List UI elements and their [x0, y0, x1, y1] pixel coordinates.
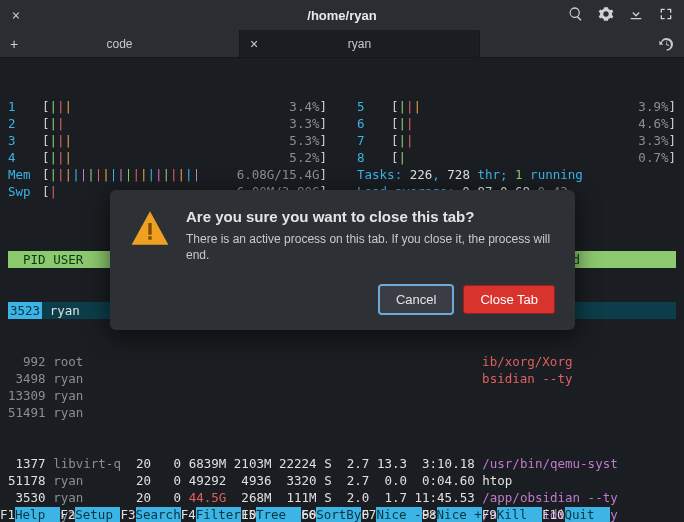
fkey-label[interactable]: Setup [75, 507, 120, 522]
fkey: F8 [422, 507, 437, 522]
tab-bar: + code × ryan [0, 30, 684, 58]
tab-label: code [106, 37, 132, 51]
fullscreen-icon[interactable] [658, 6, 674, 25]
dialog-title: Are you sure you want to close this tab? [186, 208, 555, 225]
process-row[interactable]: 992 root ib/xorg/Xorg [8, 353, 676, 370]
search-icon[interactable] [568, 6, 584, 25]
fkey: F5 [241, 507, 256, 522]
fkey-label[interactable]: Nice + [437, 507, 482, 522]
titlebar-actions [568, 6, 678, 25]
fkey-label[interactable]: Search [136, 507, 181, 522]
fkey-label[interactable]: Filter [196, 507, 241, 522]
fkey: F4 [181, 507, 196, 522]
cpu-meter: 6 [||4.6%] [357, 115, 676, 132]
titlebar: × /home/ryan [0, 0, 684, 30]
tab-label: ryan [348, 37, 371, 51]
settings-icon[interactable] [598, 6, 614, 25]
fkey-label[interactable]: Tree [256, 507, 301, 522]
fkey-label[interactable]: SortBy [316, 507, 361, 522]
mem-meter: Mem[||||||||||||||||||||6.08G/15.4G] [8, 166, 327, 183]
process-row[interactable]: 51491 ryan [8, 404, 676, 421]
fkey-label[interactable]: Nice - [376, 507, 421, 522]
tab-code[interactable]: + code [0, 30, 240, 57]
cancel-button[interactable]: Cancel [379, 285, 453, 314]
close-tab-dialog: Are you sure you want to close this tab?… [110, 190, 575, 330]
fkey: F10 [542, 507, 565, 522]
close-tab-confirm-button[interactable]: Close Tab [463, 285, 555, 314]
fkey: F7 [361, 507, 376, 522]
fkey: F6 [301, 507, 316, 522]
fkey-label[interactable]: Kill [497, 507, 542, 522]
cpu-meter: 7 [||3.3%] [357, 132, 676, 149]
fkey: F9 [482, 507, 497, 522]
new-tab-button[interactable]: + [10, 36, 18, 52]
fkey: F3 [120, 507, 135, 522]
cpu-meter: 5 [|||3.9%] [357, 98, 676, 115]
cpu-meter: 8 [|0.7%] [357, 149, 676, 166]
fkey: F2 [60, 507, 75, 522]
fkey: F1 [0, 507, 15, 522]
warning-icon [130, 208, 170, 263]
process-row[interactable]: 51178 ryan 20 0 49292 4936 3320 S 2.7 0.… [8, 472, 676, 489]
process-row[interactable]: 1377 libvirt-q 20 0 6839M 2103M 22224 S … [8, 455, 676, 472]
cpu-meter: 3 [|||5.3%] [8, 132, 327, 149]
window-close-button[interactable]: × [6, 7, 26, 23]
fkey-label[interactable]: Quit [565, 507, 610, 522]
tab-ryan[interactable]: × ryan [240, 30, 480, 57]
process-row[interactable]: 13309 ryan [8, 387, 676, 404]
process-row[interactable]: 3530 ryan 20 0 44.5G 268M 111M S 2.0 1.7… [8, 489, 676, 506]
close-tab-button[interactable]: × [250, 36, 258, 52]
cpu-meter: 4 [|||5.2%] [8, 149, 327, 166]
download-icon[interactable] [628, 6, 644, 25]
cpu-meter: 2 [||3.3%] [8, 115, 327, 132]
dialog-message: There is an active process on this tab. … [186, 231, 555, 263]
process-row[interactable]: 3498 ryan bsidian --ty [8, 370, 676, 387]
tasks-line: Tasks: 226, 728 thr; 1 running [357, 166, 676, 183]
history-button[interactable] [648, 30, 684, 57]
function-key-bar: F1Help F2Setup F3SearchF4FilterF5Tree F6… [0, 507, 684, 522]
fkey-label[interactable]: Help [15, 507, 60, 522]
cpu-meter: 1 [|||3.4%] [8, 98, 327, 115]
